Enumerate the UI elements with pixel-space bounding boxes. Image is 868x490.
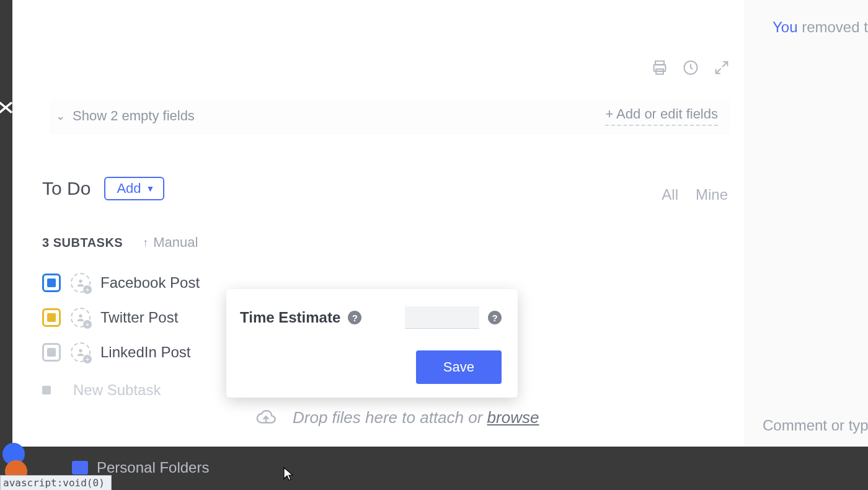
status-box-icon[interactable]: [42, 274, 61, 292]
assignee-avatar[interactable]: +: [71, 342, 91, 362]
chevron-down-icon: ⌄: [56, 109, 65, 123]
help-icon[interactable]: ?: [488, 311, 502, 324]
comment-input[interactable]: Comment or typ: [763, 417, 868, 434]
subtask-row[interactable]: + Twitter Post: [42, 300, 228, 335]
subtask-list: + Facebook Post + Twitter Post + LinkedI…: [42, 265, 228, 370]
print-icon[interactable]: [651, 59, 668, 76]
folder-icon: [72, 461, 88, 474]
sort-mode-toggle[interactable]: ↑ Manual: [143, 234, 198, 251]
personal-folders-label: Personal Folders: [97, 459, 209, 476]
svg-point-6: [79, 349, 82, 352]
todo-title: To Do: [42, 178, 91, 199]
status-bar-link-preview: avascript:void(0): [0, 475, 112, 490]
plus-icon: +: [83, 355, 92, 363]
status-box-icon[interactable]: [42, 308, 61, 327]
toolbar: [651, 59, 730, 76]
help-icon[interactable]: ?: [348, 311, 361, 324]
plus-icon: +: [83, 285, 92, 294]
assignee-avatar[interactable]: +: [71, 273, 91, 293]
filter-all-tab[interactable]: All: [662, 186, 678, 203]
activity-panel: You removed th Comment or typ: [744, 0, 868, 447]
activity-actor: You: [773, 19, 798, 35]
plus-icon: +: [83, 320, 92, 329]
new-subtask-input[interactable]: New Subtask: [42, 381, 161, 399]
subtask-name: LinkedIn Post: [100, 344, 190, 361]
subtasks-count-label: 3 SUBTASKS: [42, 236, 123, 250]
cloud-upload-icon: [254, 407, 278, 428]
show-empty-fields-label: Show 2 empty fields: [73, 108, 195, 124]
activity-text: removed th: [802, 19, 868, 35]
task-detail-panel: ⌄ Show 2 empty fields + Add or edit fiel…: [12, 0, 744, 447]
attachment-dropzone[interactable]: Drop files here to attach or browse: [254, 407, 539, 428]
browse-link[interactable]: browse: [487, 408, 539, 427]
custom-fields-row: ⌄ Show 2 empty fields + Add or edit fiel…: [50, 99, 730, 133]
history-icon[interactable]: [682, 59, 699, 76]
time-estimate-input[interactable]: [405, 306, 479, 329]
dropzone-text: Drop files here to attach or browse: [293, 408, 539, 427]
time-estimate-popover: Time Estimate ? ? Save: [226, 289, 518, 398]
plus-icon: [42, 386, 51, 394]
subtask-name: Facebook Post: [100, 274, 200, 292]
add-edit-fields-link[interactable]: + Add or edit fields: [605, 106, 718, 126]
add-button-label: Add: [117, 180, 141, 197]
subtask-row[interactable]: + LinkedIn Post: [42, 335, 228, 370]
subtask-filter-tabs: All Mine: [662, 186, 728, 203]
arrow-up-icon: ↑: [143, 236, 148, 249]
status-box-icon[interactable]: [42, 343, 61, 362]
show-empty-fields-toggle[interactable]: ⌄ Show 2 empty fields: [56, 108, 195, 124]
bottom-bar: Personal Folders: [0, 447, 868, 490]
todo-header: To Do Add ▼: [42, 177, 164, 200]
subtasks-header: 3 SUBTASKS ↑ Manual: [42, 234, 198, 251]
svg-point-5: [79, 314, 82, 318]
assignee-avatar[interactable]: +: [71, 308, 91, 327]
subtask-name: Twitter Post: [100, 309, 178, 326]
subtask-row[interactable]: + Facebook Post: [42, 265, 228, 300]
new-subtask-placeholder: New Subtask: [73, 381, 161, 399]
add-button[interactable]: Add ▼: [104, 177, 164, 200]
personal-folders-item[interactable]: Personal Folders: [72, 459, 209, 476]
save-button[interactable]: Save: [416, 350, 502, 384]
filter-mine-tab[interactable]: Mine: [696, 186, 728, 203]
sort-mode-label: Manual: [153, 234, 198, 251]
expand-icon[interactable]: [713, 59, 730, 76]
caret-down-icon: ▼: [146, 184, 155, 194]
time-estimate-label: Time Estimate: [240, 309, 340, 326]
svg-point-4: [79, 280, 82, 283]
activity-entry: You removed th: [773, 19, 868, 36]
